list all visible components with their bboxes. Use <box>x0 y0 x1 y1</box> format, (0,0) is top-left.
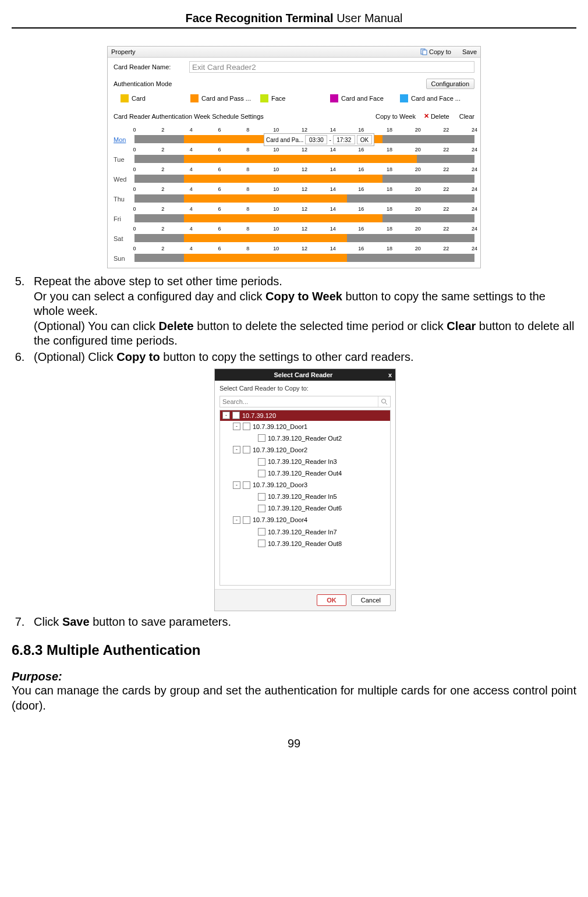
tree-node[interactable]: -10.7.39.120_Door2 <box>220 444 390 456</box>
time-popup: Card and Pa...03:30-17:32OK <box>264 133 374 146</box>
collapse-icon[interactable]: - <box>222 412 230 419</box>
tree-node[interactable]: 10.7.39.120_Reader Out8 <box>220 538 390 549</box>
tree-node[interactable]: 10.7.39.120_Reader Out4 <box>220 467 390 479</box>
node-checkbox[interactable] <box>258 493 265 501</box>
search-icon[interactable] <box>378 396 390 407</box>
hour-tick: 18 <box>387 166 392 172</box>
schedule-segment[interactable] <box>184 234 347 242</box>
day-label[interactable]: Wed <box>114 176 134 183</box>
close-icon[interactable]: x <box>388 371 392 379</box>
schedule-segment[interactable] <box>184 214 383 222</box>
copy-to-button[interactable]: Copy to <box>420 48 451 55</box>
svg-point-9 <box>382 399 386 403</box>
tree-node[interactable]: 10.7.39.120_Reader In5 <box>220 491 390 502</box>
ok-button[interactable]: OK <box>317 594 346 606</box>
tree-node[interactable]: 10.7.39.120_Reader In3 <box>220 456 390 467</box>
node-label: 10.7.39.120_Reader In7 <box>268 528 337 536</box>
tree-node[interactable]: -10.7.39.120_Door4 <box>220 514 390 526</box>
hour-tick: 12 <box>302 127 307 133</box>
schedule-track[interactable] <box>134 254 474 262</box>
node-checkbox[interactable] <box>258 528 265 536</box>
day-label[interactable]: Mon <box>114 136 134 143</box>
schedule-track[interactable] <box>134 194 474 203</box>
schedule-segment[interactable] <box>184 175 383 183</box>
node-checkbox[interactable] <box>243 423 250 430</box>
hour-tick: 4 <box>190 186 193 192</box>
auth-legend: CardCard and Pass ...FaceCard and FaceCa… <box>108 91 480 109</box>
copy-to-week-label: Copy to Week <box>376 113 416 120</box>
schedule-segment[interactable] <box>184 254 347 262</box>
hour-tick: 24 <box>472 166 477 172</box>
schedule-row: Wed024681012141618202224 <box>114 166 474 183</box>
search-input[interactable] <box>220 396 378 407</box>
legend-swatch <box>121 94 129 102</box>
node-checkbox[interactable] <box>258 505 265 512</box>
node-checkbox[interactable] <box>243 446 250 453</box>
hour-tick: 20 <box>415 127 421 133</box>
popup-mode: Card and Pa... <box>266 137 303 143</box>
reader-name-input[interactable] <box>189 61 474 73</box>
hour-tick: 2 <box>161 226 164 232</box>
hour-tick: 22 <box>443 246 449 251</box>
schedule-track[interactable] <box>134 214 474 222</box>
node-checkbox[interactable] <box>258 434 265 442</box>
day-label[interactable]: Thu <box>114 196 134 203</box>
tree-node[interactable]: -10.7.39.120_Door1 <box>220 421 390 432</box>
tree-node[interactable]: -10.7.39.120_Door3 <box>220 479 390 491</box>
schedule-segment[interactable] <box>184 155 417 163</box>
delete-button[interactable]: ✕ Delete <box>424 112 449 120</box>
hour-tick: 24 <box>472 127 477 133</box>
reader-name-label: Card Reader Name: <box>114 63 189 70</box>
legend-swatch <box>400 94 408 102</box>
hour-tick: 4 <box>190 226 193 232</box>
copy-to-week-button[interactable]: Copy to Week <box>374 113 416 120</box>
collapse-icon[interactable]: - <box>233 423 240 430</box>
node-checkbox[interactable] <box>258 470 265 477</box>
day-label[interactable]: Sun <box>114 255 134 262</box>
hour-tick: 16 <box>358 166 364 172</box>
node-checkbox[interactable] <box>243 516 250 524</box>
end-time-input[interactable]: 17:32 <box>333 135 355 144</box>
day-label[interactable]: Tue <box>114 156 134 163</box>
day-label[interactable]: Fri <box>114 215 134 222</box>
hour-tick: 22 <box>443 127 449 133</box>
hour-tick: 0 <box>133 147 136 153</box>
dialog-subtitle: Select Card Reader to Copy to: <box>215 381 395 396</box>
clear-button[interactable]: Clear <box>458 113 474 120</box>
schedule-segment[interactable] <box>184 194 347 203</box>
tree-node[interactable]: 10.7.39.120_Reader Out6 <box>220 502 390 514</box>
popup-ok-button[interactable]: OK <box>357 135 372 144</box>
hour-tick: 8 <box>246 147 249 153</box>
configuration-button[interactable]: Configuration <box>426 79 474 89</box>
schedule-track[interactable]: Card and Pa...03:30-17:32OK <box>134 135 474 143</box>
schedule-row: Fri024681012141618202224 <box>114 206 474 222</box>
collapse-icon[interactable]: - <box>233 481 240 489</box>
hour-tick: 24 <box>472 186 477 192</box>
collapse-icon[interactable]: - <box>233 516 240 524</box>
tree-root[interactable]: - 10.7.39.120 <box>220 410 390 421</box>
schedule-track[interactable] <box>134 234 474 242</box>
hour-tick: 20 <box>415 206 421 212</box>
root-checkbox[interactable] <box>232 412 240 419</box>
reader-tree: - 10.7.39.120 -10.7.39.120_Door110.7.39.… <box>219 410 391 586</box>
cancel-button[interactable]: Cancel <box>351 594 391 606</box>
start-time-input[interactable]: 03:30 <box>305 135 327 144</box>
hour-tick: 6 <box>218 246 221 251</box>
hour-tick: 0 <box>133 246 136 251</box>
save-button[interactable]: Save <box>461 48 477 55</box>
schedule-track[interactable] <box>134 155 474 163</box>
schedule-row: Sat024681012141618202224 <box>114 226 474 242</box>
node-checkbox[interactable] <box>258 540 265 547</box>
tree-node[interactable]: 10.7.39.120_Reader Out2 <box>220 432 390 444</box>
node-checkbox[interactable] <box>243 481 250 489</box>
hour-tick: 2 <box>161 186 164 192</box>
collapse-icon[interactable]: - <box>233 446 240 453</box>
node-checkbox[interactable] <box>258 458 265 466</box>
hour-tick: 16 <box>358 206 364 212</box>
legend-item: Card and Face <box>330 94 400 102</box>
schedule-row: Thu024681012141618202224 <box>114 186 474 203</box>
schedule-track[interactable] <box>134 175 474 183</box>
tree-node[interactable]: 10.7.39.120_Reader In7 <box>220 526 390 538</box>
day-label[interactable]: Sat <box>114 235 134 242</box>
svg-line-10 <box>385 403 387 405</box>
